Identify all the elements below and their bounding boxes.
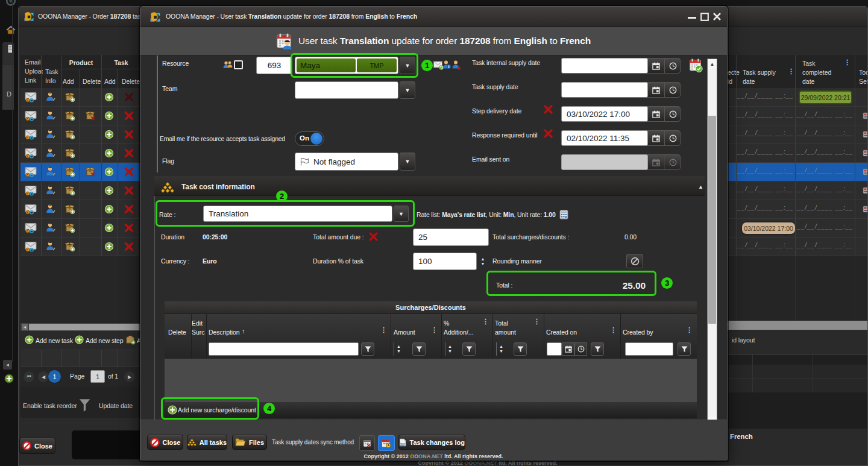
cost-section-header[interactable]: Task cost information ▲ xyxy=(154,177,705,196)
supply-dates-calendar-check-icon[interactable] xyxy=(690,58,703,73)
task-row-4[interactable] xyxy=(20,144,141,163)
total-filter-spinner[interactable]: ▲▼ xyxy=(496,342,506,356)
hscroll-thumb[interactable] xyxy=(29,324,141,330)
task-delete-icon[interactable] xyxy=(124,186,134,196)
column-task-delete[interactable]: Delete xyxy=(122,77,140,86)
resource-checkbox[interactable] xyxy=(234,60,243,69)
created-on-filter-button[interactable] xyxy=(591,342,604,356)
pager-page-input[interactable]: 1 xyxy=(90,370,105,383)
task-add-icon[interactable] xyxy=(105,242,114,251)
task-info-icon[interactable] xyxy=(46,167,55,177)
modal-titlebar[interactable]: OOONA Manager - User task Translation up… xyxy=(140,7,727,27)
enable-task-reorder-label[interactable]: Enable task reorder xyxy=(23,402,77,409)
product-delete-icon[interactable] xyxy=(86,111,96,121)
description-sort-icon[interactable]: ↑ xyxy=(242,327,245,335)
task-row-right-2[interactable]: __/__/____ __:____/__/____ __:__ xyxy=(718,107,868,125)
task-row-right-5[interactable]: __/__/____ __:____/__/____ __:__ xyxy=(718,163,868,181)
created-on-filter-input[interactable] xyxy=(547,342,562,356)
spin-up-icon[interactable]: ▲ xyxy=(448,344,452,349)
product-add-icon[interactable] xyxy=(65,186,75,196)
toggle-knob[interactable] xyxy=(310,133,322,145)
spin-up-icon[interactable]: ▲ xyxy=(397,344,401,349)
task-completed-date-cell[interactable]: __/__/____ __:__ xyxy=(797,111,854,118)
required-icon[interactable] xyxy=(543,128,553,139)
created-by-menu-icon[interactable]: ⋮ xyxy=(686,329,693,331)
duration-pct-input[interactable]: 100 xyxy=(413,253,477,270)
column-task-completed-date[interactable]: Task completed date xyxy=(802,59,851,86)
column-task-supply-date[interactable]: Task supply date xyxy=(743,68,791,86)
task-add-icon[interactable] xyxy=(105,224,114,233)
product-add-icon[interactable] xyxy=(65,92,75,102)
product-add-icon[interactable] xyxy=(65,148,75,159)
toolbar-settings-icon[interactable] xyxy=(863,206,868,213)
task-row-9[interactable] xyxy=(20,238,141,256)
pct-filter-spinner[interactable]: ▲▼ xyxy=(445,342,454,356)
amount-filter-button[interactable] xyxy=(412,342,426,356)
created-by-filter-input[interactable] xyxy=(625,342,673,356)
column-created-by[interactable]: Created by xyxy=(623,329,653,336)
toolbar-settings-icon[interactable] xyxy=(863,150,868,157)
task-info-icon[interactable] xyxy=(46,204,55,215)
vscroll-up-arrow[interactable]: ▲ xyxy=(708,59,717,69)
date-clock-button[interactable] xyxy=(664,130,681,146)
date-input[interactable] xyxy=(561,58,648,74)
date-calendar-button[interactable] xyxy=(648,106,664,122)
column-email-upload-link[interactable]: Email Upload Link xyxy=(25,58,43,85)
pager-first-button[interactable]: ⏮ xyxy=(24,371,34,382)
team-dropdown-arrow[interactable]: ▼ xyxy=(400,81,415,99)
flag-dropdown[interactable]: Not flagged xyxy=(295,153,398,171)
email-upload-link-icon[interactable] xyxy=(25,111,37,121)
task-supply-date-cell[interactable]: __/__/____ __:__ xyxy=(737,242,794,248)
task-row-2[interactable] xyxy=(20,107,141,125)
dock-home-icon[interactable] xyxy=(6,25,16,35)
spin-up-icon[interactable]: ▲ xyxy=(499,344,503,349)
column-task-add[interactable]: Add xyxy=(104,77,116,86)
close-window-button[interactable] xyxy=(712,12,722,21)
task-row-3[interactable] xyxy=(20,125,141,144)
task-add-icon[interactable] xyxy=(105,93,114,102)
product-add-icon[interactable] xyxy=(65,167,75,177)
column-product-add[interactable]: Add xyxy=(63,77,74,86)
task-row-right-7[interactable]: __/__/____ __:____/__/____ __:__ xyxy=(718,200,868,219)
modal-close-button[interactable]: Close xyxy=(147,435,183,450)
task-completed-date-cell[interactable]: __/__/____ __:__ xyxy=(797,242,854,248)
date-clock-button[interactable] xyxy=(664,82,681,98)
email-upload-link-icon[interactable] xyxy=(25,223,37,233)
email-upload-link-icon[interactable] xyxy=(25,204,37,215)
total-amount-menu-icon[interactable]: ⋮ xyxy=(533,320,540,323)
add-new-step-button[interactable]: Add new step xyxy=(86,337,123,344)
dock-collapse-button[interactable]: ◄ xyxy=(3,360,12,370)
grid-layout-label[interactable]: id layout xyxy=(732,336,755,344)
update-date-label[interactable]: Update date xyxy=(99,402,133,409)
vscroll-thumb[interactable] xyxy=(708,116,716,324)
total-filter-button[interactable] xyxy=(514,342,527,356)
task-delete-icon[interactable] xyxy=(124,167,134,177)
tasks-hscrollbar[interactable]: ◄ xyxy=(20,323,141,331)
task-changes-log-button[interactable]: LOG Task changes log xyxy=(398,435,465,450)
task-delete-icon[interactable] xyxy=(124,111,134,121)
task-delete-icon[interactable] xyxy=(124,223,134,233)
spin-down-icon[interactable]: ▼ xyxy=(397,349,401,354)
product-add-icon[interactable] xyxy=(65,223,75,233)
rate-dropdown[interactable]: Translation xyxy=(203,206,392,222)
email-upload-link-icon[interactable] xyxy=(25,130,37,140)
task-info-icon[interactable] xyxy=(46,242,55,252)
product-add-icon[interactable] xyxy=(65,242,75,252)
pager-prev-button[interactable]: ◀ xyxy=(38,371,49,382)
task-completed-date-cell[interactable]: __/__/____ __:__ xyxy=(797,204,854,211)
task-add-icon[interactable] xyxy=(105,168,114,177)
task-completed-date-cell[interactable]: __/__/____ __:__ xyxy=(797,223,854,230)
date-input[interactable]: 02/10/2022 11:35 xyxy=(561,130,648,146)
task-completed-date-cell[interactable]: __/__/____ __:__ xyxy=(797,167,854,174)
background-close-button[interactable]: Close xyxy=(19,438,55,454)
created-on-clock-button[interactable] xyxy=(574,342,587,356)
task-supply-date-cell[interactable]: __/__/____ __:__ xyxy=(737,167,794,174)
resource-remove-icon[interactable] xyxy=(451,60,461,70)
date-calendar-button[interactable] xyxy=(648,130,664,146)
column-task-info[interactable]: Task Info xyxy=(45,68,62,86)
task-row-6[interactable] xyxy=(20,181,141,200)
column-created-on[interactable]: Created on xyxy=(546,329,577,336)
amount-filter-spinner[interactable]: ▲▼ xyxy=(394,342,403,356)
dock-add-icon[interactable] xyxy=(4,374,14,383)
date-calendar-button[interactable] xyxy=(648,82,664,98)
